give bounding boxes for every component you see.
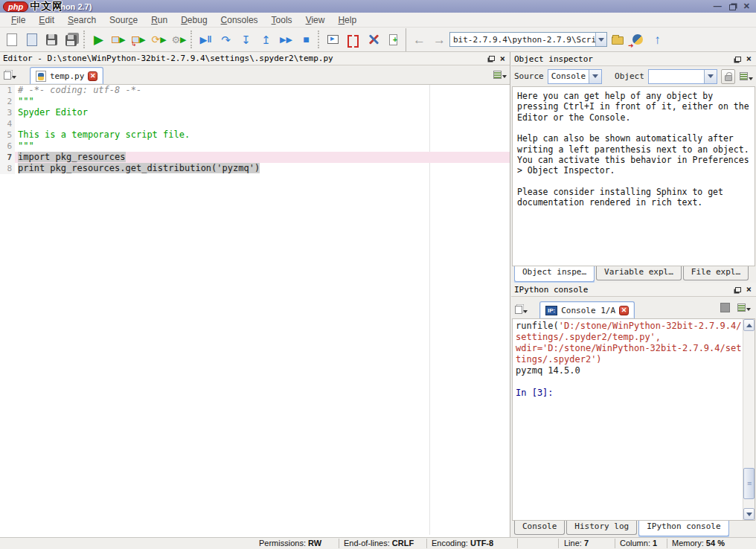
fullscreen-button[interactable] [343, 30, 363, 50]
chevron-down-icon [589, 70, 601, 83]
tools-button[interactable] [363, 30, 383, 50]
tab-variable-explorer[interactable]: Variable expl… [596, 266, 682, 280]
lock-button[interactable] [721, 69, 735, 84]
close-panel-icon[interactable]: × [500, 55, 505, 62]
menu-view[interactable]: View [299, 13, 332, 27]
float-panel-icon[interactable] [735, 57, 741, 62]
menu-tools[interactable]: Tools [265, 13, 299, 27]
console-segment: wdir='D:/stone/WinPython-32bit-2.7.9.4/s… [516, 343, 741, 353]
tab-console-1a[interactable]: IP: Console 1/A ✕ [539, 301, 635, 318]
python-path-manager-button[interactable]: + [383, 30, 403, 50]
code-line: 5This is a temporary script file. [0, 129, 510, 141]
source-select[interactable]: Console [548, 69, 602, 84]
code-segment: Spyder Editor [18, 107, 88, 118]
stop-button[interactable]: ■ [296, 30, 316, 50]
close-tab-icon[interactable]: ✕ [88, 71, 97, 81]
step-return-button[interactable]: ↥ [256, 30, 276, 50]
close-panel-icon[interactable]: × [746, 286, 752, 293]
debug-button[interactable]: ▶‖ [196, 30, 216, 50]
restore-button[interactable] [729, 4, 736, 10]
console-segment: pyzmq 14.5.0 [516, 365, 580, 376]
chevron-down-icon [502, 75, 507, 78]
code-line-text: print pkg_resources.get_distribution('py… [15, 163, 260, 174]
go-up-button[interactable]: ↑ [647, 30, 667, 50]
menu-edit[interactable]: Edit [32, 13, 61, 27]
console-line: settings/.spyder2/temp.py', [516, 332, 752, 343]
browse-tabs-button[interactable] [513, 302, 529, 317]
console-line: In [3]: [516, 388, 752, 399]
close-button[interactable]: ✕ [743, 2, 750, 10]
run-button[interactable]: ▶ [89, 30, 109, 50]
ipython-console-panel: IPython console × IP: Console 1/A ✕ runf… [511, 283, 756, 537]
status-separator [558, 539, 559, 548]
rerun-button[interactable]: ⟳▶ [149, 30, 169, 50]
menu-file[interactable]: File [4, 13, 32, 27]
set-console-directory-button[interactable]: ➜ [627, 30, 647, 50]
console-scrollbar[interactable] [743, 319, 755, 520]
console-output[interactable]: runfile('D:/stone/WinPython-32bit-2.7.9.… [512, 318, 755, 521]
new-file-button[interactable] [1, 30, 22, 50]
tab-history-log[interactable]: History log [566, 521, 637, 535]
line-number: 6 [0, 141, 15, 152]
float-panel-icon[interactable] [735, 287, 741, 292]
minimize-button[interactable]: — [714, 2, 722, 10]
object-select[interactable] [648, 69, 718, 84]
menu-source[interactable]: Source [103, 13, 144, 27]
menu-consoles[interactable]: Consoles [214, 13, 265, 27]
working-directory-combo[interactable]: bit-2.7.9.4\python-2.7.9\Scripts [449, 32, 607, 47]
editor-options-button[interactable] [492, 67, 508, 82]
browse-working-directory-button[interactable] [607, 30, 627, 50]
object-inspector-controls: Source Console Object [511, 66, 756, 86]
tab-ipython-console[interactable]: IPython console [638, 521, 728, 536]
console-options-button[interactable] [736, 300, 752, 315]
interrupt-kernel-button[interactable] [720, 303, 730, 312]
menu-help[interactable]: Help [331, 13, 363, 27]
continue-button[interactable]: ▶▶ [276, 30, 296, 50]
close-tab-icon[interactable]: ✕ [619, 306, 629, 315]
back-button[interactable]: ← [409, 30, 429, 50]
titlebar: php 中文网 hon 2.7) — ✕ [0, 0, 756, 13]
chevron-down-icon [746, 308, 751, 311]
php-logo: php [3, 1, 28, 12]
save-all-button[interactable] [62, 30, 82, 50]
open-file-button[interactable] [22, 30, 42, 50]
window-title: hon 2.7) [60, 2, 92, 11]
browse-tabs-button[interactable] [1, 68, 18, 83]
toolbar-separator [190, 30, 194, 48]
run-cell-button[interactable]: ▶ [109, 30, 129, 50]
statusbar: Permissions: RWEnd-of-lines: CRLFEncodin… [0, 537, 756, 549]
close-panel-icon[interactable]: × [746, 55, 752, 62]
code-line-text: # -*- coding: utf-8 -*- [15, 85, 141, 96]
tab-object-inspector[interactable]: Object inspe… [514, 266, 595, 282]
editor-tabbar: temp.py ✕ [0, 65, 510, 85]
scroll-up-icon[interactable] [743, 319, 755, 331]
code-line: 4 [0, 118, 510, 129]
status-permissions: Permissions: RW [259, 539, 321, 548]
menu-debug[interactable]: Debug [174, 13, 214, 27]
tab-file-explorer[interactable]: File expl… [683, 266, 749, 280]
step-into-button[interactable]: ↧ [236, 30, 256, 50]
status-column: Column: 1 [620, 539, 657, 548]
chevron-down-icon [749, 77, 753, 80]
line-number: 2 [0, 96, 15, 107]
forward-button[interactable]: → [429, 30, 449, 50]
console-segment: tings/.spyder2') [516, 354, 602, 365]
status-endoflines: End-of-lines: CRLF [344, 539, 414, 548]
pages-stack-icon [4, 71, 11, 80]
run-config-button[interactable]: ⚙▶ [169, 30, 189, 50]
save-button[interactable] [42, 30, 62, 50]
menu-run[interactable]: Run [144, 13, 174, 27]
run-cell-advance-button[interactable]: ↳▶ [129, 30, 149, 50]
maximize-pane-button[interactable] [323, 30, 343, 50]
scrollbar-thumb[interactable] [743, 468, 755, 499]
float-panel-icon[interactable] [489, 56, 495, 61]
inspector-options-button[interactable] [739, 69, 753, 84]
menu-search[interactable]: Search [61, 13, 103, 27]
step-over-button[interactable]: ↷ [216, 30, 236, 50]
code-line-text: This is a temporary script file. [15, 129, 190, 141]
code-editor[interactable]: 1# -*- coding: utf-8 -*-2"""3Spyder Edit… [0, 85, 510, 535]
code-line: 8print pkg_resources.get_distribution('p… [0, 163, 510, 174]
tab-console[interactable]: Console [514, 521, 565, 535]
scroll-down-icon[interactable] [743, 508, 755, 520]
tab-temp-py[interactable]: temp.py ✕ [30, 67, 103, 84]
